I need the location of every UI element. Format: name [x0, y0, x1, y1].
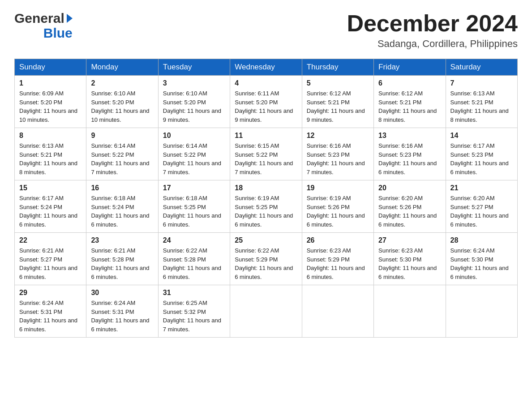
- day-info: Sunrise: 6:09 AMSunset: 5:20 PMDaylight:…: [19, 89, 82, 124]
- day-number: 14: [450, 132, 513, 140]
- day-number: 11: [235, 132, 297, 140]
- day-info: Sunrise: 6:11 AMSunset: 5:20 PMDaylight:…: [235, 89, 297, 124]
- calendar-cell: 25Sunrise: 6:22 AMSunset: 5:29 PMDayligh…: [230, 233, 302, 285]
- day-info: Sunrise: 6:12 AMSunset: 5:21 PMDaylight:…: [307, 89, 369, 124]
- calendar-cell: 16Sunrise: 6:18 AMSunset: 5:24 PMDayligh…: [86, 180, 158, 233]
- day-info: Sunrise: 6:22 AMSunset: 5:28 PMDaylight:…: [163, 246, 225, 281]
- day-info: Sunrise: 6:20 AMSunset: 5:27 PMDaylight:…: [450, 194, 513, 229]
- calendar-table: SundayMondayTuesdayWednesdayThursdayFrid…: [14, 59, 518, 338]
- day-number: 12: [307, 132, 369, 140]
- day-number: 29: [19, 289, 82, 297]
- day-info: Sunrise: 6:25 AMSunset: 5:32 PMDaylight:…: [163, 299, 225, 334]
- calendar-cell: 28Sunrise: 6:24 AMSunset: 5:30 PMDayligh…: [446, 233, 517, 285]
- day-info: Sunrise: 6:15 AMSunset: 5:22 PMDaylight:…: [235, 141, 297, 176]
- day-info: Sunrise: 6:21 AMSunset: 5:28 PMDaylight:…: [91, 246, 153, 281]
- calendar-cell: 10Sunrise: 6:14 AMSunset: 5:22 PMDayligh…: [158, 128, 230, 180]
- day-info: Sunrise: 6:22 AMSunset: 5:29 PMDaylight:…: [235, 246, 297, 281]
- day-info: Sunrise: 6:24 AMSunset: 5:31 PMDaylight:…: [19, 299, 82, 334]
- day-number: 6: [378, 79, 441, 87]
- calendar-cell: 4Sunrise: 6:11 AMSunset: 5:20 PMDaylight…: [230, 76, 302, 128]
- calendar-cell: 19Sunrise: 6:19 AMSunset: 5:26 PMDayligh…: [302, 180, 373, 233]
- day-number: 22: [19, 236, 82, 244]
- calendar-cell: 15Sunrise: 6:17 AMSunset: 5:24 PMDayligh…: [15, 180, 86, 233]
- day-info: Sunrise: 6:18 AMSunset: 5:25 PMDaylight:…: [163, 194, 225, 229]
- day-number: 23: [91, 236, 153, 244]
- calendar-cell: 3Sunrise: 6:10 AMSunset: 5:20 PMDaylight…: [158, 76, 230, 128]
- day-info: Sunrise: 6:14 AMSunset: 5:22 PMDaylight:…: [91, 141, 153, 176]
- day-info: Sunrise: 6:17 AMSunset: 5:24 PMDaylight:…: [19, 194, 82, 229]
- calendar-cell: 31Sunrise: 6:25 AMSunset: 5:32 PMDayligh…: [158, 285, 230, 338]
- day-info: Sunrise: 6:14 AMSunset: 5:22 PMDaylight:…: [163, 141, 225, 176]
- day-info: Sunrise: 6:19 AMSunset: 5:26 PMDaylight:…: [307, 194, 369, 229]
- calendar-cell: 9Sunrise: 6:14 AMSunset: 5:22 PMDaylight…: [86, 128, 158, 180]
- day-info: Sunrise: 6:17 AMSunset: 5:23 PMDaylight:…: [450, 141, 513, 176]
- calendar-cell: 30Sunrise: 6:24 AMSunset: 5:31 PMDayligh…: [86, 285, 158, 338]
- day-number: 18: [235, 184, 297, 192]
- day-number: 28: [450, 236, 513, 244]
- week-row-4: 22Sunrise: 6:21 AMSunset: 5:27 PMDayligh…: [15, 233, 518, 285]
- calendar-cell: 12Sunrise: 6:16 AMSunset: 5:23 PMDayligh…: [302, 128, 373, 180]
- logo-wordmark: General Blue: [14, 11, 73, 40]
- calendar-cell: [230, 285, 302, 338]
- day-number: 4: [235, 79, 297, 87]
- day-number: 1: [19, 79, 82, 87]
- day-number: 2: [91, 79, 153, 87]
- month-title: December 2024: [347, 11, 518, 36]
- weekday-header-row: SundayMondayTuesdayWednesdayThursdayFrid…: [15, 59, 518, 76]
- calendar-cell: 17Sunrise: 6:18 AMSunset: 5:25 PMDayligh…: [158, 180, 230, 233]
- calendar-cell: 7Sunrise: 6:13 AMSunset: 5:21 PMDaylight…: [446, 76, 517, 128]
- day-number: 27: [378, 236, 441, 244]
- day-number: 26: [307, 236, 369, 244]
- calendar-cell: 18Sunrise: 6:19 AMSunset: 5:25 PMDayligh…: [230, 180, 302, 233]
- weekday-header-friday: Friday: [374, 59, 446, 76]
- logo-arrow-icon: [67, 14, 73, 23]
- week-row-1: 1Sunrise: 6:09 AMSunset: 5:20 PMDaylight…: [15, 76, 518, 128]
- calendar-cell: 14Sunrise: 6:17 AMSunset: 5:23 PMDayligh…: [446, 128, 517, 180]
- page-header: General Blue December 2024 Sadanga, Cord…: [14, 11, 518, 50]
- calendar-cell: 21Sunrise: 6:20 AMSunset: 5:27 PMDayligh…: [446, 180, 517, 233]
- day-info: Sunrise: 6:19 AMSunset: 5:25 PMDaylight:…: [235, 194, 297, 229]
- day-number: 10: [163, 132, 225, 140]
- day-info: Sunrise: 6:10 AMSunset: 5:20 PMDaylight:…: [91, 89, 153, 124]
- weekday-header-sunday: Sunday: [15, 59, 86, 76]
- day-number: 15: [19, 184, 82, 192]
- calendar-cell: [302, 285, 373, 338]
- day-info: Sunrise: 6:20 AMSunset: 5:26 PMDaylight:…: [378, 194, 441, 229]
- day-number: 24: [163, 236, 225, 244]
- calendar-cell: 2Sunrise: 6:10 AMSunset: 5:20 PMDaylight…: [86, 76, 158, 128]
- day-number: 13: [378, 132, 441, 140]
- calendar-cell: 8Sunrise: 6:13 AMSunset: 5:21 PMDaylight…: [15, 128, 86, 180]
- day-info: Sunrise: 6:18 AMSunset: 5:24 PMDaylight:…: [91, 194, 153, 229]
- day-info: Sunrise: 6:16 AMSunset: 5:23 PMDaylight:…: [378, 141, 441, 176]
- calendar-cell: 13Sunrise: 6:16 AMSunset: 5:23 PMDayligh…: [374, 128, 446, 180]
- day-number: 31: [163, 289, 225, 297]
- calendar-cell: 5Sunrise: 6:12 AMSunset: 5:21 PMDaylight…: [302, 76, 373, 128]
- day-number: 5: [307, 79, 369, 87]
- weekday-header-thursday: Thursday: [302, 59, 373, 76]
- calendar-cell: [446, 285, 517, 338]
- logo-general-part: General: [14, 11, 64, 26]
- day-info: Sunrise: 6:16 AMSunset: 5:23 PMDaylight:…: [307, 141, 369, 176]
- day-info: Sunrise: 6:23 AMSunset: 5:30 PMDaylight:…: [378, 246, 441, 281]
- weekday-header-saturday: Saturday: [446, 59, 517, 76]
- day-info: Sunrise: 6:12 AMSunset: 5:21 PMDaylight:…: [378, 89, 441, 124]
- calendar-cell: 29Sunrise: 6:24 AMSunset: 5:31 PMDayligh…: [15, 285, 86, 338]
- calendar-cell: 26Sunrise: 6:23 AMSunset: 5:29 PMDayligh…: [302, 233, 373, 285]
- calendar-cell: [374, 285, 446, 338]
- calendar-cell: 27Sunrise: 6:23 AMSunset: 5:30 PMDayligh…: [374, 233, 446, 285]
- title-area: December 2024 Sadanga, Cordillera, Phili…: [347, 11, 518, 50]
- day-info: Sunrise: 6:13 AMSunset: 5:21 PMDaylight:…: [19, 141, 82, 176]
- day-number: 19: [307, 184, 369, 192]
- day-info: Sunrise: 6:24 AMSunset: 5:31 PMDaylight:…: [91, 299, 153, 334]
- day-info: Sunrise: 6:23 AMSunset: 5:29 PMDaylight:…: [307, 246, 369, 281]
- calendar-cell: 22Sunrise: 6:21 AMSunset: 5:27 PMDayligh…: [15, 233, 86, 285]
- week-row-3: 15Sunrise: 6:17 AMSunset: 5:24 PMDayligh…: [15, 180, 518, 233]
- logo: General Blue: [14, 11, 73, 40]
- day-info: Sunrise: 6:13 AMSunset: 5:21 PMDaylight:…: [450, 89, 513, 124]
- calendar-cell: 11Sunrise: 6:15 AMSunset: 5:22 PMDayligh…: [230, 128, 302, 180]
- day-number: 3: [163, 79, 225, 87]
- day-number: 8: [19, 132, 82, 140]
- day-info: Sunrise: 6:21 AMSunset: 5:27 PMDaylight:…: [19, 246, 82, 281]
- logo-blue-part: Blue: [43, 26, 73, 40]
- day-info: Sunrise: 6:24 AMSunset: 5:30 PMDaylight:…: [450, 246, 513, 281]
